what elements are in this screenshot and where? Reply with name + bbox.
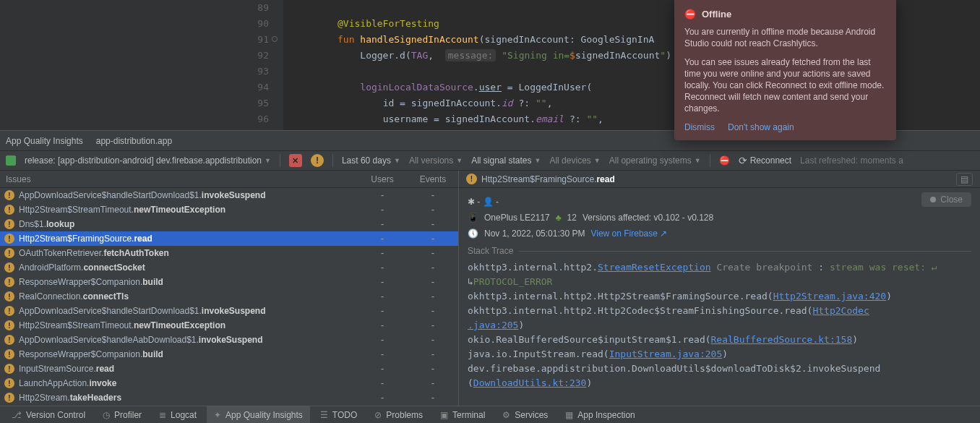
app-name: app-distribution.app (96, 136, 172, 146)
bottom-tool-tabs: ⎇Version Control◷Profiler≣Logcat✦App Qua… (0, 406, 980, 423)
dont-show-link[interactable]: Don't show again (728, 121, 794, 133)
device-name: OnePlus LE2117 (484, 213, 550, 223)
col-issues-header: Issues (0, 174, 357, 184)
filter-bar: release: [app-distribution-android] dev.… (0, 150, 980, 171)
versions-affected: Versions affected: v0.102 - v0.128 (583, 213, 713, 223)
issue-row[interactable]: !InputStreamSource.read-- (0, 362, 458, 376)
col-events-header: Events (408, 174, 458, 184)
last-refreshed-label: Last refreshed: moments a (800, 155, 903, 166)
issue-row[interactable]: !Http2Stream$StreamTimeout.newTimeoutExc… (0, 202, 458, 217)
issue-row[interactable]: !Http2Stream$StreamTimeout.newTimeoutExc… (0, 318, 458, 333)
dismiss-link[interactable]: Dismiss (684, 121, 715, 133)
stack-trace[interactable]: okhttp3.internal.http2.StreamResetExcept… (468, 260, 971, 390)
issue-row[interactable]: !OAuthTokenRetriever.fetchAuthToken-- (0, 246, 458, 260)
warn-icon: ! (311, 154, 324, 167)
issue-row[interactable]: !AppDownloadService$handleStartDownload$… (0, 304, 458, 318)
stack-trace-label: Stack Trace (468, 246, 513, 256)
reconnect-button[interactable]: ⟳Reconnect (739, 155, 791, 166)
signal-filter[interactable]: All signal states▼ (471, 155, 541, 166)
detail-more-icon[interactable]: ▤ (956, 173, 973, 186)
tool-window-title: App Quality Insights (6, 136, 83, 146)
detail-panel: ! Http2Stream$FramingSource.read ▤ Close… (459, 171, 980, 406)
detail-title: Http2Stream$FramingSource.read (481, 174, 615, 184)
offline-msg-1: You are currently in offline mode becaus… (684, 26, 886, 49)
issue-row[interactable]: !ResponseWrapper$Companion.build-- (0, 275, 458, 289)
detail-crumbs: ✱ - 👤 - (468, 194, 971, 210)
offline-title: Offline (702, 9, 731, 20)
issue-row[interactable]: !RealConnection.connectTls-- (0, 289, 458, 304)
bottom-tab-logcat[interactable]: ≣Logcat (152, 406, 204, 423)
view-on-firebase-link[interactable]: View on Firebase ↗ (590, 228, 667, 239)
device-icon: 📱 (468, 213, 478, 223)
issue-row[interactable]: !Http2Stream.takeHeaders-- (0, 390, 458, 405)
occurrence-time: Nov 1, 2022, 05:01:30 PM (484, 228, 585, 239)
versions-filter[interactable]: All versions▼ (409, 155, 463, 166)
config-dropdown[interactable]: release: [app-distribution-android] dev.… (25, 155, 271, 166)
bottom-tab-profiler[interactable]: ◷Profiler (95, 406, 149, 423)
android-icon: ♣ (556, 213, 562, 223)
offline-msg-2: You can see issues already fetched from … (684, 56, 886, 114)
offline-indicator-icon: ⛔ (719, 155, 730, 166)
time-filter[interactable]: Last 60 days▼ (342, 155, 400, 166)
issue-row[interactable]: !Http2Stream$FramingSource.read-- (0, 231, 458, 246)
module-icon (6, 155, 16, 166)
api-level: 12 (567, 213, 577, 223)
bottom-tab-terminal[interactable]: ▣Terminal (433, 406, 492, 423)
issue-row[interactable]: !AndroidPlatform.connectSocket-- (0, 260, 458, 275)
bottom-tab-version-control[interactable]: ⎇Version Control (4, 406, 93, 423)
issue-row[interactable]: !LaunchAppAction.invoke-- (0, 376, 458, 390)
offline-popup: ⛔Offline You are currently in offline mo… (674, 0, 896, 140)
bottom-tab-todo[interactable]: ☰TODO (313, 406, 364, 423)
close-button[interactable]: Close (921, 192, 971, 207)
issue-row[interactable]: !Dns$1.lookup-- (0, 217, 458, 231)
issues-panel: Issues Users Events !AppDownloadService$… (0, 171, 459, 406)
issue-row[interactable]: !ResponseWrapper$Companion.build-- (0, 347, 458, 362)
devices-filter[interactable]: All devices▼ (549, 155, 600, 166)
os-filter[interactable]: All operating systems▼ (609, 155, 701, 166)
col-users-header: Users (357, 174, 408, 184)
issue-row[interactable]: !AppDownloadService$handleAabDownload$1.… (0, 333, 458, 347)
offline-icon: ⛔ (684, 9, 696, 20)
clock-icon: 🕔 (468, 228, 478, 239)
warn-icon: ! (466, 174, 477, 184)
bottom-tab-problems[interactable]: ⊘Problems (367, 406, 430, 423)
issue-row[interactable]: !AppDownloadService$handleStartDownload$… (0, 188, 458, 202)
bottom-tab-services[interactable]: ⚙Services (495, 406, 555, 423)
bottom-tab-app-inspection[interactable]: ▦App Inspection (558, 406, 642, 423)
stop-button[interactable]: ✕ (289, 154, 302, 167)
bottom-tab-app-quality-insights[interactable]: ✦App Quality Insights (207, 406, 310, 423)
